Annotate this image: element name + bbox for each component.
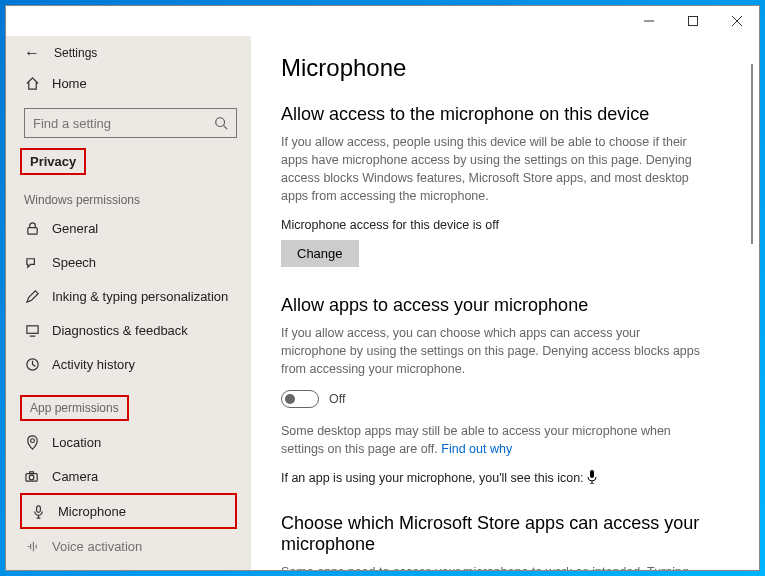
- voice-icon: [24, 538, 40, 554]
- microphone-status-icon: [587, 470, 597, 487]
- svg-rect-14: [590, 470, 594, 478]
- speech-icon: [24, 254, 40, 270]
- section-windows-permissions: Windows permissions: [6, 175, 251, 211]
- sidebar-item-activity[interactable]: Activity history: [6, 347, 251, 381]
- svg-point-9: [30, 438, 34, 442]
- sidebar-item-label: Location: [52, 435, 101, 450]
- settings-window: ← Settings Home Privacy Windows permissi…: [5, 5, 760, 571]
- sidebar-item-label: Inking & typing personalization: [52, 289, 228, 304]
- section-heading: Allow access to the microphone on this d…: [281, 104, 729, 125]
- minimize-button[interactable]: [627, 6, 671, 36]
- find-out-why-link[interactable]: Find out why: [441, 442, 512, 456]
- category-privacy[interactable]: Privacy: [20, 148, 86, 175]
- sidebar-item-inking[interactable]: Inking & typing personalization: [6, 279, 251, 313]
- search-input[interactable]: [33, 116, 214, 131]
- home-nav[interactable]: Home: [6, 66, 251, 100]
- content-pane: Microphone Allow access to the microphon…: [251, 36, 759, 570]
- feedback-icon: [24, 322, 40, 338]
- apps-access-toggle[interactable]: Off: [281, 390, 729, 408]
- home-icon: [24, 75, 40, 91]
- sidebar-item-label: Camera: [52, 469, 98, 484]
- sidebar-item-speech[interactable]: Speech: [6, 245, 251, 279]
- svg-rect-7: [26, 325, 37, 333]
- svg-point-4: [216, 118, 225, 127]
- sidebar-item-voice[interactable]: Voice activation: [6, 529, 251, 563]
- sidebar: ← Settings Home Privacy Windows permissi…: [6, 36, 251, 570]
- scrollbar[interactable]: [751, 64, 753, 244]
- back-button[interactable]: ←: [24, 44, 40, 62]
- sidebar-item-camera[interactable]: Camera: [6, 459, 251, 493]
- toggle-label: Off: [329, 392, 345, 406]
- camera-icon: [24, 468, 40, 484]
- device-access-status: Microphone access for this device is off: [281, 218, 729, 232]
- close-button[interactable]: [715, 6, 759, 36]
- sidebar-item-label: Microphone: [58, 504, 126, 519]
- location-icon: [24, 434, 40, 450]
- section-heading: Choose which Microsoft Store apps can ac…: [281, 513, 729, 555]
- desktop-apps-note: Some desktop apps may still be able to a…: [281, 422, 701, 458]
- toggle-switch[interactable]: [281, 390, 319, 408]
- sidebar-item-diagnostics[interactable]: Diagnostics & feedback: [6, 313, 251, 347]
- microphone-icon: [30, 503, 46, 519]
- sidebar-item-microphone[interactable]: Microphone: [20, 493, 237, 529]
- title-bar: [6, 6, 759, 36]
- maximize-button[interactable]: [671, 6, 715, 36]
- sidebar-item-label: Voice activation: [52, 539, 142, 554]
- sidebar-item-location[interactable]: Location: [6, 425, 251, 459]
- lock-icon: [24, 220, 40, 236]
- section-description: If you allow access, you can choose whic…: [281, 324, 701, 378]
- sidebar-item-general[interactable]: General: [6, 211, 251, 245]
- sidebar-item-label: Diagnostics & feedback: [52, 323, 188, 338]
- section-heading: Allow apps to access your microphone: [281, 295, 729, 316]
- svg-rect-6: [27, 227, 36, 234]
- sidebar-item-label: Speech: [52, 255, 96, 270]
- section-app-permissions: App permissions: [20, 395, 129, 421]
- svg-line-5: [224, 126, 228, 130]
- sidebar-item-label: General: [52, 221, 98, 236]
- window-title: Settings: [54, 46, 97, 60]
- history-icon: [24, 356, 40, 372]
- svg-rect-13: [36, 505, 40, 512]
- sidebar-item-label: Activity history: [52, 357, 135, 372]
- change-button[interactable]: Change: [281, 240, 359, 267]
- section-description: If you allow access, people using this d…: [281, 133, 701, 206]
- pen-icon: [24, 288, 40, 304]
- svg-rect-1: [689, 17, 698, 26]
- section-description: Some apps need to access your microphone…: [281, 563, 701, 570]
- mic-in-use-text: If an app is using your microphone, you'…: [281, 470, 729, 487]
- page-title: Microphone: [281, 54, 729, 82]
- svg-point-11: [29, 475, 34, 480]
- svg-rect-12: [29, 471, 33, 473]
- home-label: Home: [52, 76, 87, 91]
- search-icon: [214, 116, 228, 130]
- search-box[interactable]: [24, 108, 237, 138]
